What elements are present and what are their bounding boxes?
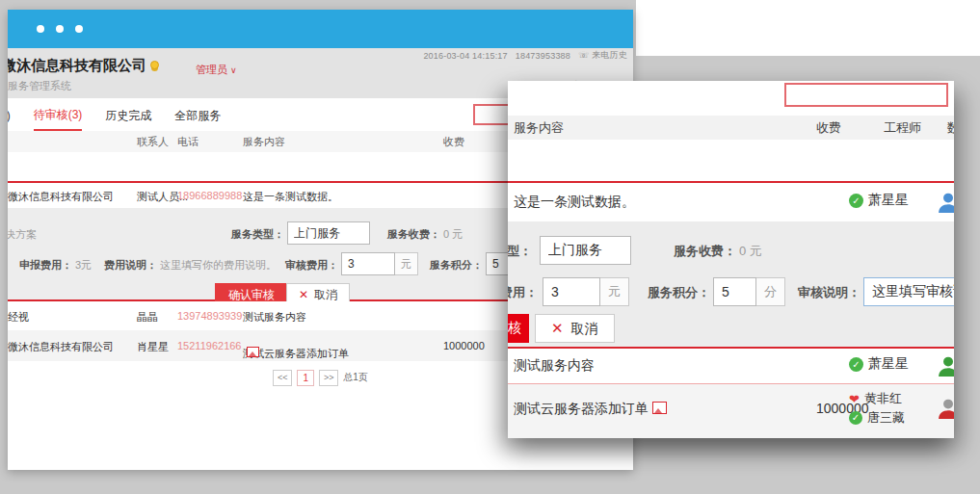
service-fee-label: 服务收费： bbox=[674, 243, 736, 260]
overlay-table-header: 服务内容 收费 工程师 数量 bbox=[508, 116, 954, 140]
chevron-down-icon: ∨ bbox=[230, 65, 237, 75]
cell-phone: 15211962166 bbox=[177, 340, 241, 351]
cell-fee: 1000000 bbox=[443, 340, 485, 351]
person-icon bbox=[938, 355, 954, 377]
overlay-review-form: 服务类型： 服务收费： 0 元 审核费用： 元 服务积分： 分 审核说明： 确认… bbox=[508, 221, 954, 347]
points-unit: 分 bbox=[756, 277, 785, 306]
magnified-panel: 服务内容 收费 工程师 数量 这是一条测试数据。 ✓ 萧星星 服务类型： 服务收… bbox=[508, 81, 954, 438]
service-fee-value: 0 元 bbox=[739, 243, 762, 260]
engineer-name: 唐三藏 bbox=[867, 409, 905, 427]
points-input[interactable] bbox=[713, 277, 756, 306]
review-fee-label: 审核费用： bbox=[508, 284, 538, 301]
close-icon: ✕ bbox=[551, 320, 564, 336]
service-type-label: 服务类型： bbox=[231, 227, 284, 242]
cell-name: 微沐信息科技有限公司 bbox=[8, 340, 133, 354]
review-note-input[interactable] bbox=[863, 277, 954, 306]
datetime-label: 2016-03-04 14:15:17 bbox=[423, 51, 507, 61]
cell-name: 经视 bbox=[8, 310, 133, 325]
current-page-button[interactable]: 1 bbox=[297, 370, 314, 386]
overlay-row[interactable]: 测试云服务器添加订单 1000000 ❤黄非红 ✓唐三藏 bbox=[508, 384, 954, 438]
engineer-name: 萧星星 bbox=[868, 355, 909, 373]
tab-pending-review[interactable]: 待审核(3) bbox=[34, 99, 83, 131]
background-window-corner bbox=[636, 0, 980, 56]
cell-content: 测试服务内容 bbox=[514, 357, 595, 375]
solution-label: 决方案 bbox=[8, 227, 37, 242]
tab-history-done[interactable]: 历史完成 bbox=[105, 100, 151, 130]
service-type-input[interactable] bbox=[540, 236, 631, 265]
fee-note-value: 这里填写你的费用说明。 bbox=[160, 258, 277, 273]
review-fee-input[interactable] bbox=[341, 252, 395, 275]
col-contact: 联系人 bbox=[137, 135, 169, 149]
col-content: 服务内容 bbox=[514, 119, 564, 137]
col-phone: 电话 bbox=[177, 135, 199, 149]
window-dot-icon bbox=[37, 25, 44, 33]
col-engineer: 工程师 bbox=[884, 119, 921, 137]
declared-fee-value: 3元 bbox=[75, 258, 92, 273]
window-dots bbox=[37, 25, 83, 33]
confirm-review-button[interactable]: 确认审核 bbox=[508, 314, 529, 343]
fee-note-label: 费用说明： bbox=[104, 258, 157, 273]
overlay-row[interactable]: 测试服务内容 ✓ 萧星星 bbox=[508, 349, 954, 383]
tab-all-services[interactable]: 全部服务 bbox=[174, 100, 221, 130]
header-meta: 2016-03-04 14:15:17 18473953388 ☏ 来电历史 bbox=[423, 49, 627, 62]
points-label: 服务积分： bbox=[648, 284, 710, 301]
overlay-search-input[interactable] bbox=[784, 83, 948, 107]
check-circle-icon: ✓ bbox=[849, 357, 863, 372]
page-total-label: 总1页 bbox=[343, 371, 368, 384]
engineer-name: 萧星星 bbox=[868, 192, 909, 209]
col-fee: 收费 bbox=[816, 119, 841, 137]
service-fee-label: 服务收费： bbox=[387, 227, 440, 242]
cancel-button[interactable]: ✕取消 bbox=[535, 314, 615, 343]
cell-contact: 肖星星 bbox=[137, 340, 169, 354]
cell-content: 测试云服务器添加订单 bbox=[514, 401, 649, 416]
tab-clipped[interactable]: (3) bbox=[8, 101, 11, 128]
phone-icon: ☏ bbox=[578, 50, 589, 60]
cell-content: 测试服务内容 bbox=[243, 310, 306, 325]
overlay-row[interactable]: 这是一条测试数据。 ✓ 萧星星 bbox=[508, 183, 954, 221]
role-menu[interactable]: 管理员∨ bbox=[196, 63, 237, 77]
service-type-input[interactable] bbox=[287, 221, 370, 245]
cell-content: 这是一条测试数据。 bbox=[243, 190, 338, 204]
check-circle-icon: ✓ bbox=[849, 411, 862, 425]
hotline-phone: 18473953388 bbox=[516, 51, 570, 61]
declared-fee-label: 申报费用： bbox=[19, 258, 72, 273]
review-fee-unit: 元 bbox=[600, 277, 629, 306]
col-qty: 数量 bbox=[947, 119, 954, 137]
review-fee-label: 审核费用： bbox=[285, 258, 338, 273]
engineer-name: 黄非红 bbox=[864, 390, 902, 407]
person-icon bbox=[938, 192, 954, 213]
check-circle-icon: ✓ bbox=[849, 194, 863, 208]
col-fee: 收费 bbox=[443, 135, 464, 149]
heart-icon: ❤ bbox=[849, 392, 860, 406]
window-dot-icon bbox=[75, 25, 83, 33]
review-fee-input[interactable] bbox=[543, 277, 600, 306]
cell-phone: 13974893939 bbox=[177, 310, 242, 322]
col-content: 服务内容 bbox=[243, 135, 285, 149]
review-fee-unit: 元 bbox=[395, 252, 418, 275]
cell-content: 这是一条测试数据。 bbox=[514, 194, 635, 211]
cell-name: 微沐信息科技有限公司 bbox=[8, 190, 133, 204]
image-attachment-icon[interactable] bbox=[652, 402, 667, 414]
cell-contact: 晶晶 bbox=[137, 310, 158, 325]
person-icon bbox=[938, 398, 954, 419]
medal-icon bbox=[150, 61, 159, 69]
window-titlebar bbox=[8, 10, 633, 48]
window-dot-icon bbox=[56, 25, 64, 33]
cell-phone: 18966889988 bbox=[177, 190, 242, 201]
service-fee-value: 0 元 bbox=[443, 227, 463, 242]
close-icon: ✕ bbox=[299, 288, 308, 301]
app-subtitle: 服务管理系统 bbox=[8, 79, 71, 93]
service-type-label: 服务类型： bbox=[508, 243, 532, 260]
points-label: 服务积分： bbox=[430, 258, 483, 273]
company-title: 微沐信息科技有限公司 bbox=[8, 57, 159, 75]
next-page-button[interactable]: >> bbox=[319, 370, 338, 386]
review-note-label: 审核说明： bbox=[798, 284, 861, 301]
prev-page-button[interactable]: << bbox=[273, 370, 292, 386]
image-attachment-icon[interactable] bbox=[247, 347, 259, 357]
call-history-link[interactable]: 来电历史 bbox=[592, 50, 627, 60]
